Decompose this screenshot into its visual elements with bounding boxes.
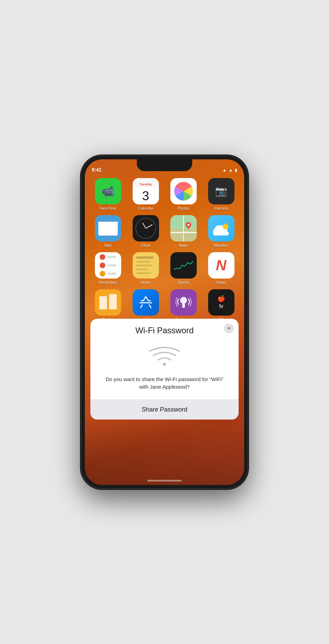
svg-line-14 [228, 223, 229, 224]
maps-svg [170, 215, 197, 241]
wifi-signal-icon [149, 344, 180, 369]
app-icon-news: N [208, 252, 234, 279]
app-photos[interactable]: Photos [166, 178, 201, 210]
wifi-icon-container [149, 344, 180, 369]
app-icon-notes [133, 252, 159, 279]
app-icon-camera: 📷 [208, 178, 234, 204]
app-mail[interactable]: Mail [90, 215, 125, 247]
app-label-camera: Camera [214, 206, 228, 210]
app-facetime[interactable]: 📹 FaceTime [90, 178, 125, 210]
battery-icon: ▮ [235, 168, 237, 173]
notes-lines-icon [133, 253, 159, 277]
app-icon-appstore [133, 289, 159, 316]
screen-content: 9:41 ▲ ▲ ▮ 📹 FaceTime [85, 159, 244, 485]
svg-point-16 [180, 297, 187, 304]
books-pages-icon [99, 294, 117, 311]
app-clock[interactable]: Clock [128, 215, 163, 247]
notch [137, 159, 192, 171]
app-label-mail: Mail [104, 243, 111, 247]
app-appletv[interactable]: 🍎 tv TV [204, 289, 239, 321]
app-notes[interactable]: Notes [128, 252, 163, 284]
modal-close-button[interactable]: × [224, 324, 234, 333]
svg-point-12 [223, 224, 228, 229]
svg-point-18 [163, 363, 166, 366]
app-icon-stocks [170, 252, 197, 279]
wifi-password-modal-card: × Wi-Fi Password Do you want to share t [90, 319, 239, 420]
modal-title: Wi-Fi Password [135, 326, 194, 335]
phone-screen: 9:41 ▲ ▲ ▮ 📹 FaceTime [85, 159, 244, 485]
app-weather[interactable]: Weather [204, 215, 239, 247]
app-icon-podcasts [170, 289, 197, 316]
facetime-camera-icon: 📹 [101, 185, 114, 197]
app-label-news: News [216, 280, 226, 284]
app-label-stocks: Stocks [178, 280, 189, 284]
phone-device: 9:41 ▲ ▲ ▮ 📹 FaceTime [81, 156, 248, 488]
signal-icon: ▲ [222, 168, 226, 173]
podcasts-svg [173, 292, 194, 313]
app-label-reminders: Reminders [99, 280, 117, 284]
app-maps[interactable]: Maps [166, 215, 201, 247]
app-reminders[interactable]: Reminders [90, 252, 125, 284]
camera-lens-icon: 📷 [215, 185, 227, 197]
status-icons: ▲ ▲ ▮ [222, 168, 237, 173]
appletv-tv-text: tv [219, 303, 223, 309]
app-grid: 📹 FaceTime Tuesday 3 Calendar [90, 178, 239, 321]
appstore-svg [137, 294, 154, 311]
wifi-password-modal-overlay: × Wi-Fi Password Do you want to share t [85, 319, 244, 485]
svg-point-7 [187, 224, 189, 226]
app-calendar[interactable]: Tuesday 3 Calendar [128, 178, 163, 210]
app-label-photos: Photos [177, 206, 189, 210]
app-icon-mail [95, 215, 121, 241]
app-icon-calendar: Tuesday 3 [133, 178, 159, 204]
status-time: 9:41 [92, 167, 101, 173]
news-n-icon: N [216, 258, 226, 273]
app-camera[interactable]: 📷 Camera [204, 178, 239, 210]
clock-center-dot [145, 228, 146, 229]
photos-rainbow-icon [174, 182, 193, 201]
app-podcasts[interactable]: Podcasts [166, 289, 201, 321]
weather-cloud-icon [211, 220, 232, 237]
appletv-apple-icon: 🍎 [217, 295, 225, 303]
clock-minute-hand [145, 224, 152, 228]
mail-envelope-icon [98, 221, 118, 236]
app-news[interactable]: N News [204, 252, 239, 284]
app-label-clock: Clock [141, 243, 151, 247]
wifi-status-icon: ▲ [229, 168, 233, 173]
app-icon-clock [133, 215, 159, 241]
clock-face-icon [135, 218, 156, 239]
app-label-weather: Weather [214, 243, 228, 247]
app-label-facetime: FaceTime [99, 206, 116, 210]
app-icon-photos [170, 178, 197, 204]
share-password-button[interactable]: Share Password [90, 400, 239, 420]
app-icon-reminders [95, 252, 121, 279]
app-appstore[interactable]: App Store [128, 289, 163, 321]
app-books[interactable]: Books [90, 289, 125, 321]
calendar-date: 3 [133, 188, 159, 204]
weather-svg [211, 220, 232, 237]
app-label-calendar: Calendar [138, 206, 153, 210]
modal-message: Do you want to share the Wi-Fi password … [97, 376, 232, 391]
app-icon-facetime: 📹 [95, 178, 121, 204]
calendar-day: Tuesday [133, 178, 159, 188]
app-icon-books [95, 289, 121, 316]
home-indicator [147, 480, 182, 482]
svg-rect-17 [182, 303, 185, 308]
app-stocks[interactable]: Stocks [166, 252, 201, 284]
app-icon-weather [208, 215, 234, 241]
svg-rect-11 [213, 231, 229, 236]
app-label-notes: Notes [141, 280, 151, 284]
app-icon-maps [170, 215, 197, 241]
reminders-list-icon [95, 252, 121, 279]
app-label-maps: Maps [179, 243, 188, 247]
stocks-svg [171, 258, 196, 272]
app-icon-appletv: 🍎 tv [208, 289, 234, 316]
